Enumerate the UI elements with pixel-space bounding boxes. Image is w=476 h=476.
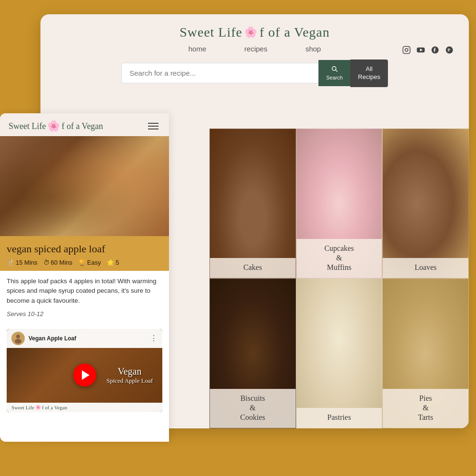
trophy-icon: 🏆 <box>78 259 86 266</box>
site-title-front: Sweet Life 🌸 f of a Vegan <box>9 120 103 132</box>
play-button[interactable] <box>73 364 96 387</box>
search-button-label: Search <box>326 75 343 80</box>
category-biscuits-label: Biscuits&Cookies <box>210 389 296 428</box>
category-loaves-label: Loaves <box>383 258 468 278</box>
video-line1: Vegan <box>107 366 153 377</box>
video-options-icon[interactable]: ⋮ <box>150 334 158 343</box>
category-cupcakes[interactable]: Cupcakes&Muffins <box>296 129 383 278</box>
back-panel-header: Sweet Life 🌸 f of a Vegan home recipes s… <box>40 14 469 100</box>
front-title-of: f of a Vegan <box>61 121 103 131</box>
nav-home[interactable]: home <box>188 45 207 53</box>
youtube-icon[interactable] <box>416 45 426 55</box>
recipe-description-section: This apple loaf packs 4 apples in total!… <box>0 271 169 329</box>
instagram-icon[interactable] <box>401 45 412 55</box>
search-bar: Search AllRecipes <box>121 60 388 87</box>
recipe-hero-image <box>0 136 169 236</box>
pinterest-icon[interactable]: P <box>444 45 455 55</box>
video-bottom-bar: Sweet Life 🌸 f of a Vegan <box>7 403 162 412</box>
site-title-back: Sweet Life 🌸 f of a Vegan <box>55 25 455 40</box>
recipe-serves: Serves 10-12 <box>7 310 162 317</box>
svg-rect-0 <box>403 47 410 54</box>
clock-icon: ⏱ <box>43 259 50 266</box>
video-title-text: Vegan Apple Loaf <box>29 335 76 342</box>
svg-point-1 <box>405 49 408 51</box>
recipe-detail-panel: Sweet Life 🌸 f of a Vegan vegan spiced a… <box>0 113 169 442</box>
video-line2: Spiced Apple Loaf <box>107 377 153 385</box>
all-recipes-button[interactable]: AllRecipes <box>350 60 388 87</box>
video-embed[interactable]: Vegan Apple Loaf ⋮ Vegan Spiced Apple Lo… <box>7 329 162 412</box>
channel-sunflower: 🌸 <box>35 405 41 410</box>
cook-time: ⏱ 60 Mins <box>43 259 73 266</box>
category-pastries-label: Pastries <box>297 408 382 428</box>
svg-text:P: P <box>447 48 450 52</box>
category-pies-label: Pies&Tarts <box>383 389 468 428</box>
star-icon: ⭐ <box>107 259 114 266</box>
category-cakes-label: Cakes <box>210 258 296 278</box>
video-center: Vegan Spiced Apple Loaf <box>7 348 162 403</box>
nav-shop[interactable]: shop <box>306 45 321 53</box>
rating: ⭐ 5 <box>107 259 119 266</box>
front-header: Sweet Life 🌸 f of a Vegan <box>0 113 169 136</box>
video-title-bar: Vegan Apple Loaf <box>11 332 76 345</box>
sunflower-icon: 🌸 <box>244 26 258 39</box>
video-channel-logo: Sweet Life 🌸 f of a Vegan <box>11 405 67 410</box>
title-text-sweet: Sweet Life <box>179 25 242 40</box>
facebook-icon[interactable] <box>430 45 440 55</box>
category-pastries[interactable]: Pastries <box>296 278 383 428</box>
search-input[interactable] <box>121 63 318 83</box>
svg-point-11 <box>16 335 20 338</box>
video-overlay: Vegan Apple Loaf ⋮ Vegan Spiced Apple Lo… <box>7 329 162 412</box>
hero-overlay <box>0 136 169 236</box>
prep-time: 🍴 15 Mins <box>7 259 38 266</box>
hamburger-menu[interactable] <box>146 121 160 131</box>
channel-name-part2: f of a Vegan <box>42 405 67 410</box>
title-text-vegan: f of a Vegan <box>259 25 330 40</box>
category-cupcakes-label: Cupcakes&Muffins <box>297 239 382 278</box>
svg-point-2 <box>408 48 409 49</box>
category-cakes[interactable]: Cakes <box>209 129 296 278</box>
svg-point-12 <box>15 339 21 344</box>
svg-point-8 <box>332 67 336 70</box>
category-biscuits[interactable]: Biscuits&Cookies <box>209 278 296 428</box>
category-grid: Cakes Cupcakes&Muffins Loaves Biscuits&C… <box>209 129 469 428</box>
social-icons: P <box>401 45 455 55</box>
nav-recipes[interactable]: recipes <box>244 45 267 53</box>
category-pies[interactable]: Pies&Tarts <box>382 278 469 428</box>
recipe-description: This apple loaf packs 4 apples in total!… <box>7 277 162 306</box>
main-nav: home recipes shop P <box>55 45 455 53</box>
search-icon <box>331 66 338 74</box>
timer-icon: 🍴 <box>7 259 14 266</box>
video-avatar <box>11 332 25 345</box>
difficulty: 🏆 Easy <box>78 259 101 266</box>
video-top-bar: Vegan Apple Loaf ⋮ <box>7 329 162 348</box>
channel-name-part1: Sweet Life <box>11 405 34 410</box>
search-button[interactable]: Search <box>318 60 350 86</box>
recipe-info-section: vegan spiced apple loaf 🍴 15 Mins ⏱ 60 M… <box>0 236 169 271</box>
category-loaves[interactable]: Loaves <box>382 129 469 278</box>
recipe-meta: 🍴 15 Mins ⏱ 60 Mins 🏆 Easy ⭐ 5 <box>7 259 162 266</box>
video-text-overlay: Vegan Spiced Apple Loaf <box>107 366 153 385</box>
front-sunflower-icon: 🌸 <box>47 120 60 132</box>
recipe-title: vegan spiced apple loaf <box>7 243 162 255</box>
svg-line-9 <box>336 70 337 72</box>
front-title-text: Sweet Life <box>9 121 46 131</box>
video-channel-info: Sweet Life 🌸 f of a Vegan <box>11 405 67 410</box>
